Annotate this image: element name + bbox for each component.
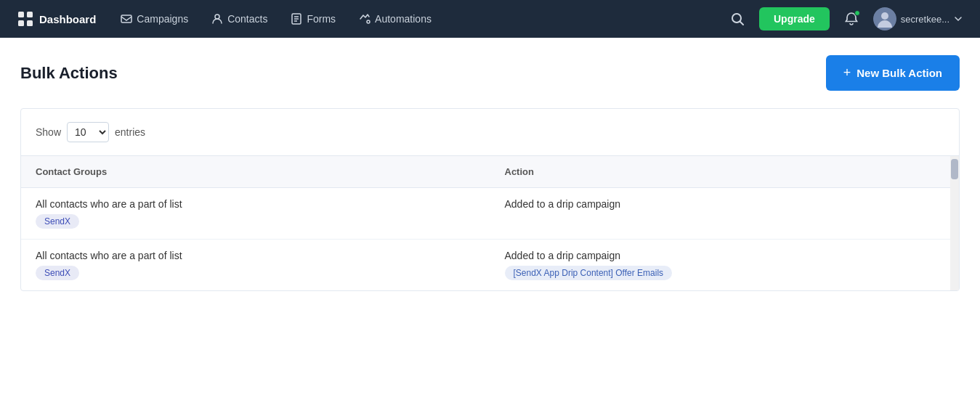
svg-rect-2: [18, 20, 24, 26]
show-label: Show: [36, 126, 61, 138]
svg-point-5: [215, 15, 219, 19]
nav-contacts-label: Contacts: [227, 13, 267, 25]
col-header-contact-groups: Contact Groups: [21, 156, 490, 188]
nav-dashboard-label: Dashboard: [39, 13, 96, 25]
table-header-row: Contact Groups Action: [21, 156, 959, 188]
contact-groups-text: All contacts who are a part of list: [36, 250, 476, 261]
bulk-actions-table: Contact Groups Action All contacts who a…: [21, 156, 959, 290]
user-name: secretkee...: [901, 14, 949, 25]
search-button[interactable]: [724, 6, 750, 32]
page-title: Bulk Actions: [20, 64, 118, 83]
scrollbar-thumb[interactable]: [951, 159, 958, 179]
svg-line-12: [740, 22, 744, 25]
new-bulk-action-label: New Bulk Action: [857, 67, 942, 79]
cell-contact-groups: All contacts who are a part of listSendX: [21, 188, 490, 240]
page-header: Bulk Actions + New Bulk Action: [20, 55, 960, 91]
nav-logo[interactable]: Dashboard: [12, 11, 102, 27]
svg-rect-3: [27, 20, 33, 26]
navbar: Dashboard Campaigns Contacts Forms Autom…: [0, 0, 980, 38]
nav-automations-label: Automations: [375, 13, 432, 25]
contact-groups-tag: SendX: [36, 214, 79, 229]
plus-icon: +: [843, 65, 851, 81]
user-menu[interactable]: secretkee...: [867, 4, 968, 33]
new-bulk-action-button[interactable]: + New Bulk Action: [826, 55, 960, 91]
bulk-actions-table-container: Show 10 25 50 100 entries Contact Groups: [20, 108, 960, 291]
svg-rect-0: [18, 12, 24, 17]
col-header-action: Action: [490, 156, 960, 188]
nav-item-campaigns[interactable]: Campaigns: [110, 7, 198, 30]
action-tag: [SendX App Drip Content] Offer Emails: [505, 266, 673, 280]
nav-campaigns-label: Campaigns: [137, 13, 188, 25]
contact-groups-text: All contacts who are a part of list: [36, 198, 476, 210]
svg-point-14: [881, 12, 888, 20]
action-text: Added to a drip campaign: [505, 250, 945, 261]
svg-point-10: [367, 20, 370, 23]
show-entries-row: Show 10 25 50 100 entries: [21, 109, 959, 156]
svg-rect-1: [27, 12, 33, 17]
notification-dot: [854, 10, 860, 16]
contact-groups-tag: SendX: [36, 266, 79, 280]
notifications-button[interactable]: [838, 6, 864, 32]
cell-contact-groups: All contacts who are a part of listSendX: [21, 240, 490, 291]
entries-select[interactable]: 10 25 50 100: [67, 122, 109, 142]
table-scroll-container: Contact Groups Action All contacts who a…: [21, 156, 959, 290]
scrollbar[interactable]: [950, 156, 959, 290]
page-container: Bulk Actions + New Bulk Action Show 10 2…: [0, 38, 980, 309]
table-row: All contacts who are a part of listSendX…: [21, 188, 959, 240]
nav-forms-label: Forms: [307, 13, 336, 25]
table-row: All contacts who are a part of listSendX…: [21, 240, 959, 291]
upgrade-button[interactable]: Upgrade: [759, 7, 830, 30]
avatar: [873, 7, 896, 30]
entries-label: entries: [115, 126, 145, 138]
cell-action: Added to a drip campaign: [490, 188, 960, 240]
action-text: Added to a drip campaign: [505, 198, 945, 210]
chevron-down-icon: [954, 15, 963, 23]
cell-action: Added to a drip campaign[SendX App Drip …: [490, 240, 960, 291]
nav-item-contacts[interactable]: Contacts: [201, 7, 278, 30]
svg-rect-4: [121, 15, 131, 23]
nav-item-forms[interactable]: Forms: [280, 7, 346, 30]
nav-item-automations[interactable]: Automations: [349, 7, 442, 30]
